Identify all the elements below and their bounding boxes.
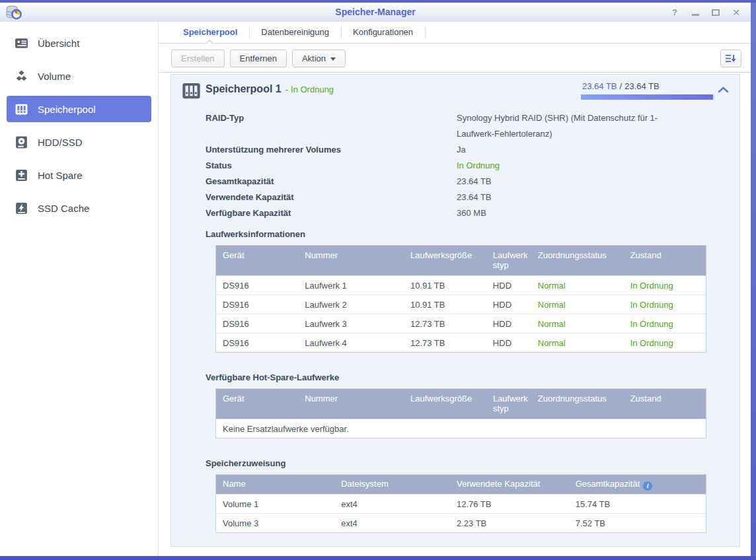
cell-nummer: Laufwerk 1 [298,276,404,295]
capacity-bar-fill [581,94,713,100]
hdd-icon [15,135,28,149]
capacity-text: 23.64 TB/23.64 TB [582,81,660,91]
pool-header: Speicherpool 1-In Ordnung 23.64 TB/23.64… [171,75,739,105]
col-zuordnungsstatus: Zuordnungsstatus [531,389,624,419]
detail-value: 23.64 TB [457,190,681,205]
cell-groesse: 10.91 TB [404,295,486,314]
tab-speicherpool[interactable]: Speicherpool [171,22,249,43]
col-typ: Laufwerkstyp [486,246,531,276]
cell-typ: HDD [486,333,531,353]
drive-row: DS916 Laufwerk 3 12.73 TB HDD Normal In … [216,314,706,333]
sidebar: Übersicht Volume Speicherpool HDD/SSD [0,22,159,556]
hot-spare-section-title: Verfügbare Hot-Spare-Laufwerke [206,372,739,383]
col-zustand: Zustand [624,389,706,419]
detail-row: Gesamtkapazität 23.64 TB [206,174,739,190]
cell-geraet: DS916 [216,295,299,314]
cell-groesse: 12.73 TB [404,333,486,353]
detail-row: Status In Ordnung [206,158,739,174]
tab-label: Speicherpool [183,27,237,37]
cell-dateisystem: ext4 [334,514,450,533]
detail-value: 360 MB [457,205,681,221]
col-geraet: Gerät [216,389,299,419]
sidebar-item-ssd-cache[interactable]: SSD Cache [7,195,151,221]
col-zustand: Zustand [624,246,706,276]
storage-pool-icon [15,102,28,116]
chevron-down-icon [330,57,336,61]
sidebar-item-speicherpool[interactable]: Speicherpool [7,96,151,122]
detail-label: Gesamtkapazität [206,174,457,190]
detail-row: Verfügbare Kapazität 360 MB [206,205,739,221]
maximize-icon[interactable] [710,7,721,18]
ssd-cache-icon [15,201,28,215]
sidebar-item-label: Hot Spare [38,170,83,181]
tab-label: Konfigurationen [353,27,413,37]
cell-name: Volume 1 [216,495,335,514]
cell-groesse: 12.73 TB [404,314,486,333]
overview-icon [15,36,28,50]
tab-datenbereinigung[interactable]: Datenbereinigung [249,22,341,43]
cell-geraet: DS916 [216,333,299,353]
col-name: Name [216,475,335,495]
detail-label: Status [206,158,457,174]
window-controls: ? ✕ [669,3,741,22]
cell-typ: HDD [486,295,531,314]
cell-zustand: In Ordnung [624,314,706,333]
drives-section-title: Laufwerksinformationen [206,229,739,240]
cell-name: Volume 3 [216,514,335,533]
cell-geraet: DS916 [216,314,299,333]
sort-button[interactable] [720,50,741,67]
tab-konfigurationen[interactable]: Konfigurationen [341,22,425,43]
hot-spare-header-row: Gerät Nummer Laufwerksgröße Laufwerkstyp… [216,389,706,419]
close-icon[interactable]: ✕ [731,7,741,18]
cell-dateisystem: ext4 [334,495,450,514]
sidebar-item-uebersicht[interactable]: Übersicht [7,30,151,56]
col-nummer: Nummer [298,389,404,419]
detail-row: RAID-Typ Synology Hybrid RAID (SHR) (Mit… [206,110,739,142]
pool-details: RAID-Typ Synology Hybrid RAID (SHR) (Mit… [206,110,739,221]
col-geraet: Gerät [216,246,299,276]
col-groesse: Laufwerksgröße [404,246,486,276]
empty-message: Keine Ersatzlaufwerke verfügbar. [216,419,706,438]
sidebar-item-volume[interactable]: Volume [7,63,151,89]
cell-groesse: 10.91 TB [404,276,486,295]
titlebar: Speicher-Manager ? ✕ [0,3,751,22]
allocation-section-title: Speicherzuweisung [206,458,739,469]
detail-label: Verfügbare Kapazität [206,205,457,221]
detail-row: Verwendete Kapazität 23.64 TB [206,190,739,205]
sidebar-item-hot-spare[interactable]: Hot Spare [7,162,151,188]
collapse-button[interactable] [718,87,729,93]
allocation-table: Name Dateisystem Verwendete Kapazität Ge… [215,474,706,533]
col-gesamtkapazitaet-label: Gesamtkapazität [576,479,640,489]
drives-table-header-row: Gerät Nummer Laufwerksgröße Laufwerkstyp… [216,246,706,276]
create-button[interactable]: Erstellen [171,50,225,67]
cell-zuordnungsstatus: Normal [531,295,624,314]
detail-label: Unterstützung mehrerer Volumes [206,142,457,158]
col-nummer: Nummer [298,246,404,276]
storage-manager-window: Speicher-Manager ? ✕ Übersicht Volume [0,0,756,560]
cell-zustand: In Ordnung [624,333,706,353]
minimize-icon[interactable] [690,7,700,18]
cell-geraet: DS916 [216,276,299,295]
detail-label: Verwendete Kapazität [206,190,457,205]
info-icon[interactable]: i [643,481,652,491]
sidebar-item-hdd-ssd[interactable]: HDD/SSD [7,129,151,155]
capacity-divider: / [620,81,623,91]
cell-zustand: In Ordnung [624,276,706,295]
remove-button[interactable]: Entfernen [230,50,287,67]
cell-gesamt: 15.74 TB [569,495,706,514]
action-menu-button[interactable]: Aktion [292,50,346,67]
window-frame-bottom [0,556,756,560]
sidebar-item-label: Speicherpool [38,104,96,115]
help-icon[interactable]: ? [669,7,680,18]
col-verwendete-kapazitaet: Verwendete Kapazität [450,475,569,495]
tab-label: Datenbereinigung [261,27,329,37]
window-frame-right [751,3,756,560]
detail-label: RAID-Typ [206,110,457,142]
pool-title: Speicherpool 1 [206,83,282,94]
cell-typ: HDD [486,314,531,333]
cell-verwendet: 12.76 TB [450,495,569,514]
col-dateisystem: Dateisystem [334,475,450,495]
detail-row: Unterstützung mehrerer Volumes Ja [206,142,739,158]
drive-row: DS916 Laufwerk 4 12.73 TB HDD Normal In … [216,333,706,353]
capacity-total: 23.64 TB [624,81,660,91]
